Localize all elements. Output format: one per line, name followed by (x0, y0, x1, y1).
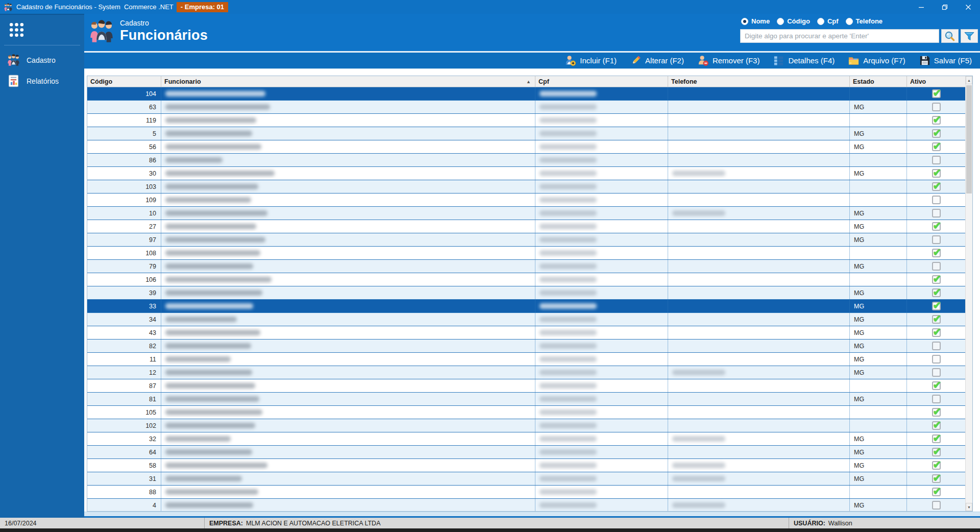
table-row[interactable]: 43MG✔ (87, 326, 965, 340)
sidebar-item-relatorios[interactable]: Relatórios (0, 70, 84, 91)
search-mode-telefone[interactable]: Telefone (846, 17, 883, 25)
ativo-checkbox[interactable] (932, 368, 941, 377)
ativo-checkbox[interactable]: ✔ (932, 421, 941, 430)
ativo-checkbox[interactable] (932, 156, 941, 164)
ativo-checkbox[interactable]: ✔ (932, 249, 941, 257)
ativo-checkbox[interactable] (932, 501, 941, 510)
salvar-f5-button[interactable]: Salvar (F5) (919, 55, 972, 66)
person-add-icon (565, 55, 576, 66)
ativo-checkbox[interactable] (932, 355, 941, 364)
ativo-checkbox[interactable]: ✔ (932, 434, 941, 443)
table-row[interactable]: 12MG (87, 366, 965, 379)
table-row[interactable]: 103✔ (87, 180, 965, 194)
table-row[interactable]: 108✔ (87, 247, 965, 260)
ativo-checkbox[interactable]: ✔ (932, 182, 941, 191)
table-row[interactable]: 106✔ (87, 273, 965, 286)
column-header-telefone[interactable]: Telefone (668, 76, 850, 87)
table-row[interactable]: 86 (87, 154, 965, 167)
cell-telefone (668, 207, 850, 220)
table-row[interactable]: 109 (87, 194, 965, 207)
ativo-checkbox[interactable]: ✔ (932, 116, 941, 125)
search-input[interactable] (740, 29, 939, 43)
ativo-checkbox[interactable] (932, 235, 941, 244)
column-header-cpf[interactable]: Cpf (535, 76, 668, 87)
minimize-button[interactable] (910, 0, 933, 14)
ativo-checkbox[interactable] (932, 209, 941, 217)
table-row[interactable]: 4MG (87, 499, 965, 512)
detalhes-f4-button[interactable]: Detalhes (F4) (773, 55, 835, 66)
check-icon: ✔ (933, 247, 942, 258)
alterar-f2-button[interactable]: Alterar (F2) (630, 55, 684, 66)
ativo-checkbox[interactable]: ✔ (932, 448, 941, 456)
ativo-checkbox[interactable]: ✔ (932, 142, 941, 151)
scrollbar-thumb[interactable] (966, 85, 972, 194)
ativo-checkbox[interactable]: ✔ (932, 474, 941, 483)
restore-button[interactable] (933, 0, 957, 14)
ativo-checkbox[interactable] (932, 262, 941, 271)
apps-menu-button[interactable] (0, 15, 84, 44)
ativo-checkbox[interactable]: ✔ (932, 302, 941, 310)
table-row[interactable]: 81MG (87, 393, 965, 406)
table-row[interactable]: 104✔ (87, 87, 965, 101)
search-mode-cpf[interactable]: Cpf (817, 17, 839, 25)
table-row[interactable]: 11MG (87, 353, 965, 366)
ativo-checkbox[interactable]: ✔ (932, 89, 941, 98)
close-button[interactable] (957, 0, 980, 14)
table-row[interactable]: 34MG✔ (87, 313, 965, 326)
search-mode-codigo[interactable]: Código (777, 17, 810, 25)
horizontal-scrollbar-track[interactable] (84, 512, 980, 518)
column-header-funcionario[interactable]: Funcionario▲ (161, 76, 535, 87)
table-row[interactable]: 88✔ (87, 486, 965, 499)
ativo-checkbox[interactable] (932, 342, 941, 350)
ativo-checkbox[interactable] (932, 196, 941, 204)
cell-ativo: ✔ (907, 286, 965, 299)
ativo-checkbox[interactable]: ✔ (932, 328, 941, 337)
sidebar-item-cadastro[interactable]: Cadastro (0, 50, 84, 70)
table-row[interactable]: 105✔ (87, 406, 965, 419)
table-row[interactable]: 27MG✔ (87, 220, 965, 233)
table-row[interactable]: 97MG (87, 233, 965, 247)
search-button[interactable] (941, 29, 959, 43)
table-row[interactable]: 33MG✔ (87, 300, 965, 313)
table-row[interactable]: 31MG✔ (87, 472, 965, 486)
ativo-checkbox[interactable] (932, 103, 941, 111)
table-row[interactable]: 102✔ (87, 419, 965, 432)
arquivo-f7-button[interactable]: Arquivo (F7) (848, 55, 905, 66)
search-mode-nome[interactable]: Nome (741, 17, 770, 25)
ativo-checkbox[interactable]: ✔ (932, 288, 941, 297)
incluir-f1-button[interactable]: Incluir (F1) (565, 55, 617, 66)
window-content: CadastroRelatórios Cadastro Funcionários… (0, 14, 980, 518)
scroll-down-button[interactable]: ▼ (966, 503, 972, 511)
column-header-ativo[interactable]: Ativo (907, 76, 965, 87)
ativo-checkbox[interactable]: ✔ (932, 129, 941, 138)
column-header-estado[interactable]: Estado (850, 76, 907, 87)
table-row[interactable]: 30MG✔ (87, 167, 965, 180)
remover-f3-button[interactable]: Remover (F3) (697, 55, 760, 66)
table-row[interactable]: 32MG✔ (87, 432, 965, 446)
ativo-checkbox[interactable]: ✔ (932, 275, 941, 284)
table-row[interactable]: 82MG (87, 340, 965, 353)
scroll-up-button[interactable]: ▲ (966, 76, 972, 84)
table-row[interactable]: 56MG✔ (87, 140, 965, 154)
filter-button[interactable] (961, 29, 978, 43)
ativo-checkbox[interactable]: ✔ (932, 222, 941, 231)
ativo-checkbox[interactable]: ✔ (932, 461, 941, 470)
ativo-checkbox[interactable]: ✔ (932, 169, 941, 178)
table-row[interactable]: 39MG✔ (87, 286, 965, 300)
table-row[interactable]: 5MG✔ (87, 127, 965, 140)
table-row[interactable]: 58MG✔ (87, 459, 965, 472)
ativo-checkbox[interactable]: ✔ (932, 488, 941, 496)
table-row[interactable]: 64MG✔ (87, 446, 965, 459)
ativo-checkbox[interactable]: ✔ (932, 381, 941, 390)
vertical-scrollbar[interactable]: ▲ ▼ (965, 76, 972, 511)
column-header-codigo[interactable]: Código (87, 76, 161, 87)
cell-estado: MG (850, 127, 907, 140)
ativo-checkbox[interactable]: ✔ (932, 315, 941, 324)
ativo-checkbox[interactable] (932, 395, 941, 403)
table-row[interactable]: 79MG (87, 260, 965, 273)
table-row[interactable]: 87✔ (87, 379, 965, 393)
ativo-checkbox[interactable]: ✔ (932, 408, 941, 417)
table-row[interactable]: 10MG (87, 207, 965, 220)
table-row[interactable]: 63MG (87, 101, 965, 114)
table-row[interactable]: 119✔ (87, 114, 965, 127)
